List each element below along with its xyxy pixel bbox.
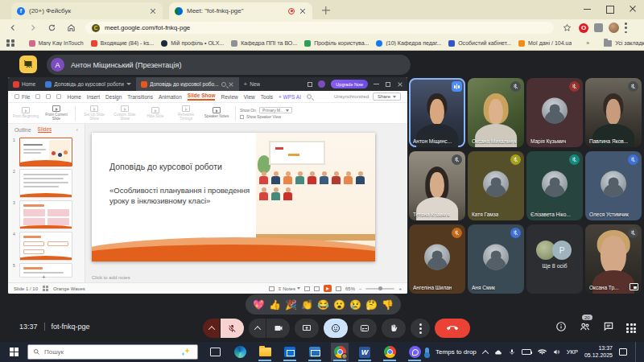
reaction-thumbs-down[interactable]: 👎	[382, 299, 394, 311]
custom-slide-show-button[interactable]: Custom Slide Show	[110, 105, 139, 121]
pip-icon[interactable]	[630, 283, 638, 290]
wps-new-tab[interactable]: +New	[239, 77, 266, 91]
extension-red-icon[interactable]: O	[579, 23, 588, 33]
wifi-icon[interactable]	[538, 348, 547, 356]
menu-review[interactable]: Review	[221, 94, 237, 100]
collapse-panel-icon[interactable]: ‹	[76, 127, 78, 133]
search-input[interactable]	[44, 348, 149, 356]
taskbar-clock[interactable]: 13:37 05.12.2025	[584, 345, 613, 360]
zoom-in-icon[interactable]: +	[398, 286, 402, 291]
reaction-surprised[interactable]: 😮	[333, 299, 345, 311]
menu-view[interactable]: View	[244, 94, 255, 100]
from-beginning-button[interactable]: From Beginning	[11, 107, 40, 118]
show-on-dropdown[interactable]: Primary M...	[259, 107, 292, 113]
address-bar[interactable]: meet.google.com/fot-fnkq-pge	[85, 22, 554, 34]
notes-toggle[interactable]: ≡ Notes	[279, 286, 300, 291]
reload-icon[interactable]	[45, 22, 58, 35]
outline-tab[interactable]: Outline	[14, 127, 31, 133]
slide-thumbnail-3[interactable]: 3	[8, 198, 85, 229]
menu-insert[interactable]: Insert	[87, 94, 100, 100]
start-button[interactable]	[0, 342, 27, 362]
bookmark-item[interactable]: Мій профіль • OLX...	[161, 40, 224, 47]
apps-grid-icon[interactable]	[6, 39, 14, 47]
reaction-heart[interactable]: 💖	[253, 299, 265, 311]
end-call-button[interactable]	[435, 319, 470, 338]
menu-wps-ai[interactable]: + WPS AI	[279, 94, 301, 100]
slide-thumbnail-1[interactable]: 1	[8, 135, 85, 167]
browser-menu-icon[interactable]	[625, 23, 627, 33]
rehearse-timings-button[interactable]: Rehearse Timings	[171, 105, 200, 121]
task-view-button[interactable]	[206, 343, 224, 361]
save-icon[interactable]	[35, 94, 40, 99]
battery-icon[interactable]	[522, 349, 531, 355]
home-icon[interactable]	[64, 22, 77, 35]
weather-text[interactable]: Temps to drop	[436, 348, 477, 356]
fullscreen-icon[interactable]	[336, 286, 341, 291]
bookmark-item[interactable]: Mary Kay InTouch	[29, 40, 84, 47]
output-icon[interactable]	[269, 286, 275, 291]
participant-tile-oksana-m[interactable]: Оксана Михальчук	[468, 78, 524, 147]
captions-button[interactable]	[353, 319, 377, 338]
menu-home[interactable]: Home	[67, 94, 80, 100]
chrome-active-icon[interactable]	[331, 343, 349, 361]
reaction-clap[interactable]: 👏	[301, 299, 313, 311]
close-icon[interactable]	[621, 0, 644, 18]
share-button[interactable]: Share	[373, 93, 401, 101]
camera-button[interactable]	[266, 319, 290, 338]
slide-thumbnail-2[interactable]: 2	[8, 167, 85, 198]
bookmark-item[interactable]: Профіль користува...	[304, 40, 369, 47]
wps-home-tab[interactable]: Home	[8, 77, 40, 91]
wps-minimize-icon[interactable]	[374, 84, 379, 84]
participant-tile-pavlyna[interactable]: Павлина Яков...	[585, 78, 642, 147]
extension-icon[interactable]	[594, 23, 603, 32]
zoom-slider[interactable]	[365, 288, 394, 290]
present-button[interactable]	[295, 319, 319, 338]
notes-placeholder[interactable]: Click to add notes	[92, 275, 130, 280]
onedrive-icon[interactable]	[494, 349, 502, 356]
theme-name[interactable]: Orange Waves	[53, 286, 85, 291]
bookmark-item[interactable]: (10) Кафедра педаг...	[376, 40, 441, 47]
participant-tile-maria[interactable]: Марія Кузьмич	[526, 78, 583, 147]
wps-doc-tab-2-active[interactable]: Доповідь до курсової робо...	[136, 77, 239, 91]
forward-icon[interactable]	[26, 22, 39, 35]
tab-close-icon[interactable]	[149, 7, 157, 15]
reactions-button-active[interactable]	[324, 319, 348, 338]
taskbar-search[interactable]	[27, 344, 198, 360]
minimize-icon[interactable]	[576, 0, 599, 18]
menu-tools[interactable]: Tools	[261, 94, 273, 100]
speaker-view-checkbox[interactable]	[240, 115, 244, 119]
set-up-slide-show-button[interactable]: Set Up Slide Show	[80, 105, 109, 121]
slide-canvas[interactable]: Доповідь до курсової роботи «Особливості…	[92, 133, 375, 261]
participant-tile-anton[interactable]: Антон Міщинс...	[409, 78, 465, 147]
sorter-view-icon[interactable]	[314, 286, 320, 291]
mic-muted-button[interactable]	[221, 319, 244, 338]
bookmark-item[interactable]: Входящие (84) - ks...	[91, 40, 155, 47]
tray-mic-icon[interactable]	[509, 348, 515, 356]
browser-tab-meet[interactable]: Meet: "fot-fnkq-pge"	[169, 2, 312, 19]
normal-view-icon[interactable]	[304, 286, 310, 291]
ribbon-search-icon[interactable]	[307, 94, 312, 99]
chat-panel-button[interactable]	[603, 321, 614, 335]
camera-options-chevron[interactable]	[249, 319, 266, 338]
mail-icon[interactable]	[306, 343, 324, 361]
participant-tile-olesia[interactable]: Олеся Устимчик	[585, 151, 642, 220]
maximize-icon[interactable]	[599, 0, 621, 18]
hide-slide-button[interactable]: Hide Slide	[141, 107, 170, 118]
store-icon[interactable]	[281, 343, 299, 361]
reaction-thinking[interactable]: 🤔	[365, 299, 378, 311]
more-options-button[interactable]	[411, 319, 430, 338]
weather-icon[interactable]	[425, 348, 429, 357]
participant-tile-oksana-t[interactable]: Оксана Тр...	[585, 224, 642, 294]
slide-thumbnail-5[interactable]: 5	[8, 261, 85, 278]
meeting-info-icon[interactable]	[555, 321, 567, 335]
activities-apps-icon[interactable]	[626, 323, 636, 333]
reaction-laugh[interactable]: 😂	[317, 299, 329, 311]
presentation-muted-badge[interactable]	[19, 56, 37, 73]
participant-tile-katia[interactable]: Катя Гамза	[468, 151, 524, 220]
edge-icon[interactable]	[231, 343, 249, 361]
slide-thumbnail-4[interactable]: 4	[8, 229, 85, 261]
viber-icon[interactable]	[406, 343, 423, 361]
undo-icon[interactable]	[46, 94, 51, 99]
wps-doc-tab-1[interactable]: Доповідь до курсової роботи	[40, 77, 136, 91]
tray-chevron-icon[interactable]	[483, 350, 488, 355]
